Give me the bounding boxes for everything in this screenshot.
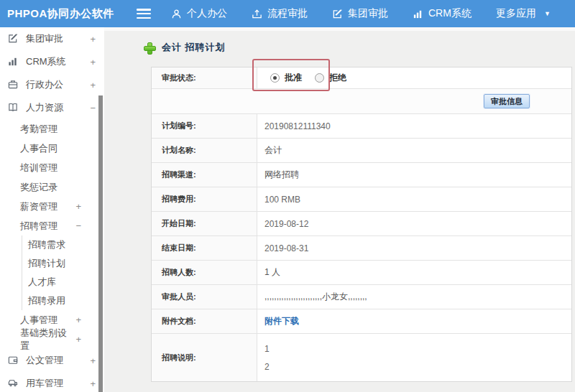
field-label: 审批状态: xyxy=(152,67,257,88)
field-label: 附件文档: xyxy=(152,309,257,333)
channel-value: 网络招聘 xyxy=(257,163,571,187)
nav-label: 个人办公 xyxy=(187,7,227,20)
table-row: 审批人员: ,,,,,,,,,,,,,,,,,,,,,,,,小龙女,,,,,,,… xyxy=(152,285,571,309)
table-row: 招聘说明: 1 2 xyxy=(152,334,571,381)
radio-label: 拒绝 xyxy=(329,72,346,84)
sidebar-item-recruit-demand[interactable]: 招聘需求 xyxy=(22,235,104,254)
sidebar-item-base-category[interactable]: 基础类别设置 + xyxy=(0,330,104,349)
sidebar-item-talent-pool[interactable]: 人才库 xyxy=(22,273,104,291)
approval-status-row: 审批状态: 批准 拒绝 xyxy=(152,67,571,89)
sidebar-item-admin-office[interactable]: 行政办公 + xyxy=(0,73,104,96)
expand-icon[interactable]: + xyxy=(75,314,81,325)
add-icon[interactable] xyxy=(144,42,155,53)
start-date-value: 2019-08-12 xyxy=(257,212,571,235)
chart-icon xyxy=(413,9,423,19)
sidebar-item-label: 培训管理 xyxy=(20,162,58,174)
sidebar-item-salary[interactable]: 薪资管理 + xyxy=(0,197,104,216)
description-line: 2 xyxy=(264,362,270,372)
sidebar-item-recruit-plan[interactable]: 招聘计划 xyxy=(22,254,104,273)
nav-label: 流程审批 xyxy=(267,7,308,20)
collapse-icon[interactable]: − xyxy=(90,103,96,113)
radio-button-icon[interactable] xyxy=(315,73,324,83)
expand-icon[interactable]: + xyxy=(90,57,96,67)
sidebar-item-label: 人事管理 xyxy=(20,314,58,327)
sidebar-item-rewards[interactable]: 奖惩记录 xyxy=(0,177,104,197)
nav-label: 集团审批 xyxy=(348,7,388,20)
field-label: 招聘人数: xyxy=(152,261,257,284)
fee-value: 100 RMB xyxy=(257,187,571,211)
chart-icon xyxy=(7,56,19,67)
radio-approve[interactable]: 批准 xyxy=(270,72,302,84)
table-row: 招聘费用: 100 RMB xyxy=(152,187,571,212)
edit-icon xyxy=(332,9,343,19)
table-row: 招聘人数: 1 人 xyxy=(152,261,571,285)
table-row: 结束日期: 2019-08-31 xyxy=(152,236,571,261)
nav-more-apps[interactable]: 更多应用 ▼ xyxy=(496,7,551,20)
car-icon xyxy=(7,378,19,389)
sidebar-item-documents[interactable]: 公文管理 + xyxy=(0,349,104,372)
nav-workflow-approval[interactable]: 流程审批 xyxy=(252,7,308,20)
expand-icon[interactable]: + xyxy=(90,355,96,366)
expand-icon[interactable]: + xyxy=(90,378,96,389)
field-label: 结束日期: xyxy=(152,236,257,260)
sidebar-item-crm[interactable]: CRM系统 + xyxy=(0,50,104,73)
end-date-value: 2019-08-31 xyxy=(257,236,571,260)
radio-label: 批准 xyxy=(285,72,302,84)
approvers-value: ,,,,,,,,,,,,,,,,,,,,,,,,小龙女,,,,,,,, xyxy=(257,285,571,309)
sidebar-item-recruit-hire[interactable]: 招聘录用 xyxy=(22,291,104,310)
nav-personal-office[interactable]: 个人办公 xyxy=(171,7,227,20)
sidebar-item-hr[interactable]: 人力资源 − xyxy=(0,96,104,119)
sidebar-item-label: 人才库 xyxy=(28,276,56,289)
nav-group-approval[interactable]: 集团审批 xyxy=(332,7,388,20)
sidebar-item-label: 集团审批 xyxy=(26,32,63,45)
expand-icon[interactable]: + xyxy=(90,80,96,90)
sidebar-item-label: 人事合同 xyxy=(20,142,58,155)
sidebar-item-label: 人力资源 xyxy=(26,101,63,114)
description-line: 1 xyxy=(264,344,270,354)
caret-down-icon: ▼ xyxy=(544,10,551,17)
app-logo: PHPOA协同办公软件 xyxy=(0,7,137,21)
top-navigation-bar: PHPOA协同办公软件 个人办公 流程审批 集团审批 CRM系统 更多应用 ▼ xyxy=(0,0,575,27)
expand-icon[interactable]: + xyxy=(90,34,96,45)
approval-button-row: 审批信息 xyxy=(152,89,571,114)
sidebar-item-label: 招聘管理 xyxy=(20,220,58,233)
sidebar-item-label: 考勤管理 xyxy=(20,123,58,136)
sidebar-item-hr-contract[interactable]: 人事合同 xyxy=(0,139,104,158)
recruitment-plan-form: 审批状态: 批准 拒绝 审批信息 计划编号: 20190812111 xyxy=(151,67,572,382)
field-value: 批准 拒绝 xyxy=(257,67,571,88)
attachment-download-link[interactable]: 附件下载 xyxy=(264,315,299,327)
radio-button-icon[interactable] xyxy=(270,73,280,83)
sidebar-item-label: CRM系统 xyxy=(26,55,66,68)
nav-crm-system[interactable]: CRM系统 xyxy=(413,7,472,20)
document-icon xyxy=(7,355,19,366)
field-label: 招聘费用: xyxy=(152,187,257,211)
field-label: 招聘渠道: xyxy=(152,163,257,187)
collapse-icon[interactable]: − xyxy=(75,220,81,231)
person-icon xyxy=(171,9,182,19)
field-label: 审批人员: xyxy=(152,285,257,309)
sidebar-item-recruitment[interactable]: 招聘管理 − xyxy=(0,216,104,235)
menu-toggle-icon[interactable] xyxy=(137,9,151,19)
expand-icon[interactable]: + xyxy=(75,334,81,345)
sidebar-item-training[interactable]: 培训管理 xyxy=(0,158,104,177)
nav-label: 更多应用 xyxy=(496,7,536,20)
approval-info-button[interactable]: 审批信息 xyxy=(484,94,530,108)
sidebar-item-attendance[interactable]: 考勤管理 xyxy=(0,119,104,139)
sidebar-item-label: 薪资管理 xyxy=(20,200,58,213)
radio-reject[interactable]: 拒绝 xyxy=(315,72,346,84)
field-label: 计划名称: xyxy=(152,139,257,162)
expand-icon[interactable]: + xyxy=(75,201,81,212)
field-label: 开始日期: xyxy=(152,212,257,235)
nav-label: CRM系统 xyxy=(428,7,472,20)
sidebar-item-group-approval[interactable]: 集团审批 + xyxy=(0,27,104,50)
top-nav: 个人办公 流程审批 集团审批 CRM系统 更多应用 ▼ xyxy=(171,7,551,20)
edit-icon xyxy=(7,33,19,45)
sidebar-item-label: 招聘计划 xyxy=(28,257,65,270)
table-row: 招聘渠道: 网络招聘 xyxy=(152,163,571,187)
main-content: 会计 招聘计划 审批状态: 批准 拒绝 审批信息 xyxy=(104,27,575,392)
headcount-value: 1 人 xyxy=(257,261,571,284)
sidebar-item-vehicles[interactable]: 用车管理 + xyxy=(0,372,104,392)
book-icon xyxy=(7,102,19,113)
sidebar-scrollbar[interactable] xyxy=(98,95,103,392)
sidebar-item-label: 用车管理 xyxy=(26,377,63,390)
